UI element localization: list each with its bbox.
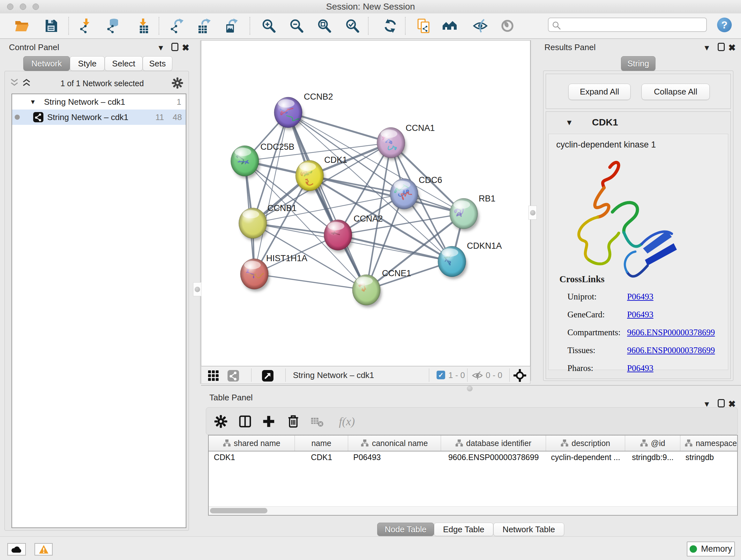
export-network-button[interactable]	[168, 17, 186, 35]
left-divider-grip[interactable]	[193, 282, 201, 296]
column-header-description[interactable]: description	[546, 435, 625, 451]
network-node-CDK1[interactable]	[295, 160, 325, 193]
control-panel-close-icon[interactable]: ✖	[182, 43, 189, 53]
gene-description: cyclin-dependent kinase 1	[556, 140, 656, 150]
column-header-canonical-name[interactable]: canonical name	[348, 435, 441, 451]
tab-sets[interactable]: Sets	[143, 56, 172, 71]
results-panel-menu-icon[interactable]: ▼	[703, 44, 711, 52]
zoom-selected-region-button[interactable]	[344, 17, 361, 35]
cloud-icon	[11, 546, 22, 553]
network-edge-HIST1H1A-CCNE1[interactable]	[254, 274, 366, 290]
memory-button[interactable]: Memory	[687, 542, 735, 557]
table-cell-description: cyclin-dependent ...	[546, 451, 625, 463]
column-header-namespace[interactable]: namespace	[680, 435, 738, 451]
hide-edges-button[interactable]	[471, 17, 489, 35]
control-panel-menu-icon[interactable]: ▼	[157, 44, 165, 52]
expand-all-networks-icon[interactable]	[22, 78, 31, 88]
tab-network-table[interactable]: Network Table	[493, 523, 564, 536]
table-gear-icon[interactable]	[212, 413, 230, 430]
tab-edge-table[interactable]: Edge Table	[434, 523, 493, 536]
search-box[interactable]	[548, 17, 707, 32]
network-node-CCNB2[interactable]	[274, 97, 304, 130]
network-node-CDC25B[interactable]	[231, 145, 260, 179]
network-options-gear-icon[interactable]	[171, 77, 184, 91]
network-node-CCNE1[interactable]	[352, 274, 382, 307]
tree-expand-arrow-icon[interactable]: ▼	[30, 98, 36, 106]
tab-string-results[interactable]: String	[621, 56, 656, 71]
selected-nodes-checkbox[interactable]: ✓	[436, 371, 445, 379]
toggle-preview-button[interactable]	[498, 17, 516, 35]
tab-style[interactable]: Style	[70, 56, 105, 71]
table-row[interactable]: CDK1CDK1P064939606.ENSP00000378699cyclin…	[209, 451, 737, 463]
crosslink-label: Tissues:	[567, 346, 596, 355]
tab-node-table[interactable]: Node Table	[377, 523, 434, 536]
zoom-fit-content-button[interactable]	[316, 17, 333, 35]
fit-selected-crosshair-icon[interactable]	[514, 369, 526, 383]
network-edge-CCNB2-CCNE1[interactable]	[288, 112, 366, 290]
expand-all-button[interactable]: Expand All	[568, 84, 630, 100]
import-network-from-database-button[interactable]	[105, 17, 122, 35]
warnings-button[interactable]	[35, 543, 53, 556]
import-table-from-file-button[interactable]	[134, 17, 152, 35]
crosslink-label: GeneCard:	[567, 310, 605, 320]
network-canvas[interactable]: CCNB2CCNA1CDC25BCDK1CDC6RB1CCNB1CCNA2CDK…	[201, 40, 530, 366]
network-graph: CCNB2CCNA1CDC25BCDK1CDC6RB1CCNB1CCNA2CDK…	[201, 41, 530, 366]
column-header-database-identifier[interactable]: database identifier	[441, 435, 546, 451]
crosslink-link[interactable]: P06493	[627, 310, 654, 320]
show-all-views-button[interactable]	[441, 17, 459, 35]
search-input[interactable]	[562, 19, 704, 31]
open-session-button[interactable]	[13, 17, 30, 35]
zoom-out-button[interactable]	[288, 17, 306, 35]
birdseye-view-icon[interactable]	[208, 370, 219, 383]
network-node-CCNA1[interactable]	[377, 127, 406, 160]
import-network-from-file-icon	[78, 18, 94, 34]
network-tree-row-selected[interactable]: String Network – cdk1 11 48	[12, 110, 186, 125]
tab-select[interactable]: Select	[105, 56, 143, 71]
open-in-window-icon[interactable]	[262, 370, 273, 383]
right-divider-grip[interactable]	[529, 206, 537, 220]
column-header-@id[interactable]: @id	[625, 435, 680, 451]
show-columns-icon[interactable]	[236, 413, 254, 430]
crosslink-link[interactable]: P06493	[627, 363, 654, 373]
network-edge-CCNB2-HIST1H1A[interactable]	[254, 112, 288, 274]
collapse-all-networks-icon[interactable]	[10, 78, 19, 88]
zoom-in-button[interactable]	[260, 17, 278, 35]
left-divider[interactable]	[200, 40, 201, 384]
network-node-RB1[interactable]	[450, 198, 479, 231]
network-node-CDC6[interactable]	[390, 179, 419, 211]
save-session-button[interactable]	[42, 17, 60, 35]
gene-section-collapse-icon[interactable]: ▼	[565, 118, 573, 127]
control-panel-float-icon[interactable]	[172, 43, 179, 51]
horizontal-divider-grip[interactable]	[467, 386, 473, 391]
network-edge-CCNA2-CDKN1A[interactable]	[338, 235, 452, 261]
results-panel-close-icon[interactable]: ✖	[728, 43, 736, 53]
table-horizontal-scrollbar[interactable]	[209, 506, 737, 515]
horizontal-divider[interactable]	[201, 385, 741, 386]
export-image-button[interactable]	[222, 17, 240, 35]
help-button[interactable]: ?	[717, 17, 732, 32]
crosslink-link[interactable]: 9606.ENSP00000378699	[627, 346, 715, 355]
network-node-HIST1H1A[interactable]	[240, 259, 270, 292]
column-header-shared-name[interactable]: shared name	[209, 435, 295, 451]
import-network-from-file-button[interactable]	[77, 17, 95, 35]
column-header-name[interactable]: name	[295, 435, 348, 451]
crosslink-link[interactable]: P06493	[627, 292, 654, 302]
table-panel-float-icon[interactable]	[718, 399, 725, 408]
network-tree-root-row[interactable]: ▼ String Network – cdk1 1	[12, 94, 186, 110]
results-panel-float-icon[interactable]	[718, 43, 725, 51]
node-label-CCNB1: CCNB1	[267, 203, 297, 213]
refresh-view-button[interactable]	[381, 17, 399, 35]
collapse-all-button[interactable]: Collapse All	[642, 84, 710, 100]
network-edge-CCNB2-CCNA1[interactable]	[288, 112, 391, 143]
export-table-button[interactable]	[195, 17, 213, 35]
scrollbar-thumb[interactable]	[210, 508, 267, 513]
add-column-icon[interactable]	[260, 413, 278, 430]
network-from-clipboard-button[interactable]	[415, 17, 433, 35]
network-node-CDKN1A[interactable]	[438, 246, 467, 279]
tab-network[interactable]: Network	[23, 56, 70, 71]
network-node-CCNA2[interactable]	[324, 220, 353, 253]
cloud-button[interactable]	[7, 543, 26, 556]
string-style-icon[interactable]	[227, 370, 239, 383]
crosslink-link[interactable]: 9606.ENSP00000378699	[627, 327, 715, 337]
delete-column-icon[interactable]	[284, 413, 302, 430]
